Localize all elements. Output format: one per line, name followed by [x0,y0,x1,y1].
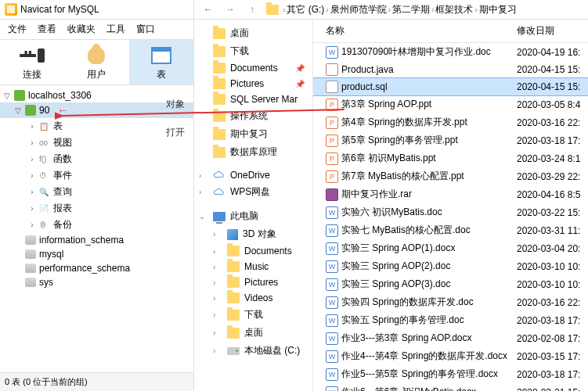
doc-file-icon: W [326,278,338,291]
cloud-icon [213,170,225,181]
doc-file-icon: W [326,46,338,59]
file-row[interactable]: Product.java2020-04-15 15: [313,61,588,78]
node-icon: oo [39,138,50,148]
menu-file[interactable]: 文件 [8,23,27,36]
sidebar-item-期中复习[interactable]: 期中复习 [194,125,312,143]
sidebar-pc-桌面[interactable]: ›桌面 [194,324,312,342]
nav-up-button[interactable]: ↑ [243,0,262,19]
nav-forward-button[interactable]: → [221,0,240,19]
user-icon [88,47,105,64]
file-row[interactable]: P第4章 Spring的数据库开发.ppt2020-03-16 22: [313,113,588,131]
tool-user[interactable]: 用户 [64,40,128,84]
file-row[interactable]: W实验七 MyBatis的核心配置.doc2020-03-31 11: [313,221,588,239]
sidebar-item-桌面[interactable]: 桌面 [194,24,312,42]
tree-node-查询[interactable]: ›🔍查询 [0,184,193,200]
file-name: 第5章 Spring的事务管理.ppt [341,134,458,147]
bc-4[interactable]: 期中复习 [479,3,517,16]
menu-window[interactable]: 窗口 [136,23,155,36]
sidebar-item-操作系统[interactable]: 操作系统 [194,107,312,125]
tree-node-视图[interactable]: ›oo视图 [0,135,193,151]
tree-node-备份[interactable]: ›🛢备份 [0,217,193,233]
menu-tools[interactable]: 工具 [106,23,125,36]
file-row[interactable]: P第3章 Spring AOP.ppt2020-03-05 8:4 [313,95,588,113]
breadcrumb[interactable]: › 其它 (G:)› 泉州师范学院› 第二学期› 框架技术› 期中复习 [266,3,517,16]
tree-db-90[interactable]: ▽ 90 ← [0,102,193,118]
file-row[interactable]: W实验三 Spring AOP(1).docx2020-03-04 20: [313,239,588,257]
tree-db-sys[interactable]: sys [0,275,193,289]
file-row[interactable]: W实验六 初识MyBatis.doc2020-03-22 15: [313,203,588,221]
file-name: 作业6---第6章 初识MyBatis.docx [341,386,476,391]
node-icon: 📋 [39,122,50,131]
tree-node-函数[interactable]: ›f()函数 [0,151,193,167]
file-date: 2020-03-31 11: [517,225,588,236]
sidebar-WPS网盘[interactable]: ›WPS网盘 [194,183,312,201]
database-icon [25,249,36,259]
sidebar-item-Documents[interactable]: Documents📌 [194,60,312,76]
file-row[interactable]: W实验四 Spring的数据库开发.doc2020-03-16 22: [313,293,588,311]
menu-view[interactable]: 查看 [38,23,56,36]
file-date: 2020-02-08 17: [517,333,588,344]
file-row[interactable]: W作业6---第6章 初识MyBatis.docx2020-03-21 15: [313,383,588,391]
col-name[interactable]: 名称 [313,24,517,38]
sidebar-item-数据库原理[interactable]: 数据库原理 [194,143,312,161]
sidebar-this-pc[interactable]: ⌄ 此电脑 [194,207,312,225]
folder-icon [227,246,240,256]
sidebar-OneDrive[interactable]: ›OneDrive [194,167,312,183]
sidebar-pc-3D 对象[interactable]: ›3D 对象 [194,225,312,243]
sidebar-pc-Videos[interactable]: ›Videos [194,290,312,306]
file-name: product.sql [341,81,388,92]
tree-db-mysql[interactable]: mysql [0,247,193,261]
file-row[interactable]: P第6章 初识MyBatis.ppt2020-03-24 8:1 [313,149,588,167]
file-row[interactable]: P第5章 Spring的事务管理.ppt2020-03-18 17: [313,131,588,149]
file-row[interactable]: W实验三 Spring AOP(3).doc2020-03-10 10: [313,275,588,293]
ppt-file-icon: P [326,170,338,183]
sidebar-pc-Music[interactable]: ›Music [194,259,312,274]
table-icon [151,47,171,64]
file-row[interactable]: W实验三 Spring AOP(2).doc2020-03-10 10: [313,257,588,275]
file-row[interactable]: P第7章 MyBatis的核心配置.ppt2020-03-29 22: [313,167,588,185]
sidebar-pc-本地磁盘 (C:)[interactable]: ›本地磁盘 (C:) [194,342,312,360]
bc-drive[interactable]: 其它 (G:) [287,3,324,16]
bc-3[interactable]: 框架技术 [435,3,473,16]
file-row[interactable]: W作业3---第3章 Spring AOP.docx2020-02-08 17: [313,329,588,347]
file-row[interactable]: W作业5---第5章 Spring的事务管理.docx2020-03-18 17… [313,365,588,383]
file-name: 作业5---第5章 Spring的事务管理.docx [341,368,498,381]
file-row[interactable]: W作业4---第4章 Spring的数据库开发.docx2020-03-15 1… [313,347,588,365]
file-name: 实验六 初识MyBatis.doc [341,206,442,219]
tree-db-information_schema[interactable]: information_schema [0,233,193,247]
file-date: 2020-03-18 17: [517,369,588,380]
sidebar-pc-Documents[interactable]: ›Documents [194,243,312,259]
folder-icon [227,310,240,321]
tree-node-事件[interactable]: ›⏱事件 [0,167,193,184]
side-tab-open[interactable]: 打开 [166,122,185,142]
file-row[interactable]: W实验五 Spring的事务管理.doc2020-03-18 17: [313,311,588,329]
folder-icon [213,94,225,105]
nav-back-button[interactable]: ← [199,0,218,19]
file-date: 2020-03-10 10: [517,279,588,290]
tree-node-报表[interactable]: ›📄报表 [0,200,193,217]
col-date[interactable]: 修改日期 [517,24,588,38]
sidebar-pc-下载[interactable]: ›下载 [194,306,312,324]
tree-connection[interactable]: ▽ localhost_3306 [0,88,193,102]
tree-db-performance_schema[interactable]: performance_schema [0,261,193,275]
file-row[interactable]: 期中复习作业.rar2020-04-16 8:5 [313,185,588,203]
file-row[interactable]: W191307090叶林增期中复习作业.doc2020-04-19 16: [313,43,588,61]
file-date: 2020-03-16 22: [517,297,588,308]
file-date: 2020-04-16 8:5 [517,189,588,200]
tool-table[interactable]: 表 [129,40,193,84]
connection-tree: ▽ localhost_3306 ▽ 90 ← ›📋表›oo视图›f()函数›⏱… [0,85,193,372]
tree-node-表[interactable]: ›📋表 [0,118,193,135]
menu-fav[interactable]: 收藏夹 [67,23,96,36]
file-date: 2020-03-04 20: [517,243,588,254]
navicat-statusbar: 0 表 (0 位于当前的组) [0,372,193,391]
sidebar-pc-Pictures[interactable]: ›Pictures [194,274,312,290]
bc-2[interactable]: 第二学期 [392,3,430,16]
sidebar-item-SQL Server Mar[interactable]: SQL Server Mar [194,91,312,107]
sidebar-item-Pictures[interactable]: Pictures📌 [194,76,312,91]
sidebar-item-下载[interactable]: 下载 [194,42,312,60]
bc-1[interactable]: 泉州师范学院 [330,3,387,16]
side-tab-objects[interactable]: 对象 [166,94,185,114]
tool-connection[interactable]: 连接 [0,40,64,84]
file-row[interactable]: product.sql2020-04-15 15: [313,78,588,95]
doc-file-icon: W [326,386,338,392]
